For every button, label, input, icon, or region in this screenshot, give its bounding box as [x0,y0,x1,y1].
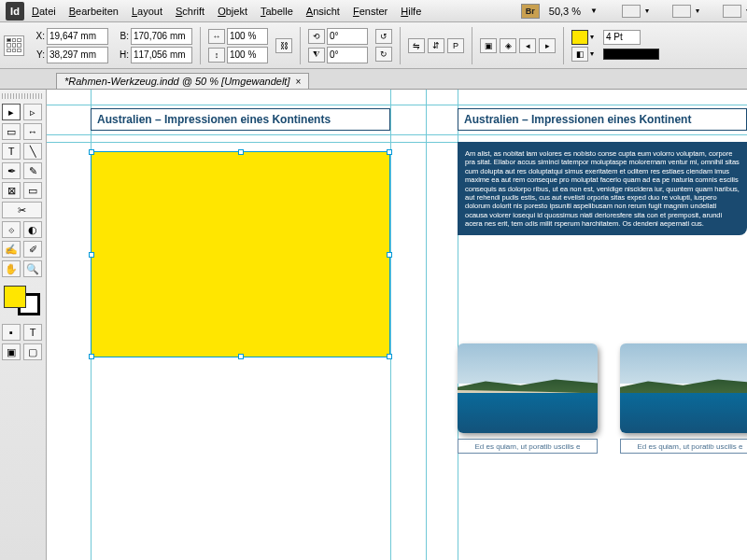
line-tool[interactable]: ╲ [23,143,42,160]
eyedropper-tool[interactable]: ✐ [23,241,42,258]
rotate-ccw-icon[interactable]: ↺ [375,29,392,44]
select-next-icon[interactable]: ▸ [539,38,556,53]
h-field[interactable]: 117,056 mm [131,47,192,63]
direct-selection-tool[interactable]: ▹ [23,104,42,120]
x-field[interactable]: 19,647 mm [47,28,108,45]
placed-image [458,343,598,433]
title-left: Australien – Impressionen eines Kontinen… [91,108,390,131]
stroke-swatch-icon[interactable]: ◧ [571,47,588,62]
bridge-icon[interactable]: Br [521,4,540,19]
menu-layout[interactable]: Layout [132,6,162,17]
resize-handle[interactable] [387,252,392,258]
resize-handle[interactable] [89,149,94,155]
menu-bearbeiten[interactable]: Bearbeiten [69,6,119,17]
apply-color-icon[interactable]: ▪ [2,324,21,341]
fill-swatch[interactable] [571,30,588,45]
free-transform-tool[interactable]: ⟐ [2,221,21,238]
gap-tool[interactable]: ↔ [23,123,42,140]
hand-tool[interactable]: ✋ [2,260,21,277]
menu-objekt[interactable]: Objekt [218,6,247,17]
reference-point[interactable] [4,35,24,56]
control-bar: X:19,647 mm Y:38,297 mm B:170,706 mm H:1… [0,22,747,69]
placed-image [620,343,747,433]
body-text-frame: Am alist, as nobitat lam volores es nobi… [458,142,747,235]
fill-stroke-proxy[interactable] [2,284,42,317]
close-tab-icon[interactable]: × [295,77,301,87]
resize-handle[interactable] [89,252,94,258]
normal-view-icon[interactable]: ▣ [2,343,21,360]
resize-handle[interactable] [238,354,244,359]
resize-handle[interactable] [387,149,392,155]
gradient-tool[interactable]: ◐ [23,221,42,238]
title-right: Australien – Impressionen eines Kontinen… [458,108,747,131]
image-caption: Ed es quiam, ut poratib uscilis e [620,439,747,454]
view-mode-icon[interactable] [622,5,641,18]
rotate-field[interactable]: 0° [327,28,368,45]
screen-mode-icon[interactable] [672,5,691,18]
shear-icon: ⧨ [308,48,325,63]
zoom-tool[interactable]: 🔍 [23,260,42,277]
selection-tool[interactable]: ▸ [2,104,21,120]
note-tool[interactable]: ✍ [2,241,21,258]
w-field[interactable]: 170,706 mm [131,28,192,45]
rect-frame-tool[interactable]: ⊠ [2,182,21,199]
menu-tabelle[interactable]: Tabelle [261,6,293,17]
menu-schrift[interactable]: Schrift [176,6,204,17]
scale-x-icon: ↔ [208,29,225,44]
scale-x-field[interactable]: 100 % [227,28,268,45]
toolbox: ▸▹ ▭↔ T╲ ✒✎ ⊠▭ ✂ ⟐◐ ✍✐ ✋🔍 ▪T ▣▢ [0,90,47,560]
app-logo: Id [6,2,24,21]
flip-h-icon[interactable]: ⇋ [408,38,425,53]
select-container-icon[interactable]: ▣ [480,38,497,53]
toolbox-grip[interactable] [2,93,44,99]
selected-rectangle-frame[interactable] [91,151,390,357]
flip-v-icon[interactable]: ⇵ [428,38,444,53]
menu-datei[interactable]: Datei [32,6,56,17]
type-tool[interactable]: T [2,143,21,160]
menubar: Id Datei Bearbeiten Layout Schrift Objek… [0,0,747,22]
scale-y-icon: ↕ [208,48,225,63]
document-tab-title: *Rahmen-Werkzeug.indd @ 50 % [Umgewandel… [64,76,289,87]
y-field[interactable]: 38,297 mm [47,47,108,63]
document-tabbar: *Rahmen-Werkzeug.indd @ 50 % [Umgewandel… [0,69,747,90]
shear-field[interactable]: 0° [327,47,368,63]
scissors-tool[interactable]: ✂ [2,202,42,218]
rotate-icon: ⟲ [308,29,325,44]
menu-hilfe[interactable]: Hilfe [401,6,421,17]
stroke-weight[interactable]: 4 Pt [603,30,641,45]
preview-view-icon[interactable]: ▢ [23,343,42,360]
zoom-level[interactable]: 50,3 % [549,6,581,17]
p-icon[interactable]: P [447,38,464,53]
menu-fenster[interactable]: Fenster [353,6,388,17]
image-caption: Ed es quiam, ut poratib uscilis e [458,439,598,454]
arrange-icon[interactable] [723,5,741,18]
rotate-cw-icon[interactable]: ↻ [375,47,392,62]
resize-handle[interactable] [89,354,94,359]
select-content-icon[interactable]: ◈ [500,38,516,53]
stroke-style[interactable] [603,49,659,60]
pen-tool[interactable]: ✒ [2,162,21,179]
menu-ansicht[interactable]: Ansicht [306,6,340,17]
resize-handle[interactable] [238,149,244,155]
page-tool[interactable]: ▭ [2,123,21,140]
document-tab[interactable]: *Rahmen-Werkzeug.indd @ 50 % [Umgewandel… [56,73,309,89]
apply-none-icon[interactable]: T [23,324,42,341]
scale-y-field[interactable]: 100 % [227,47,268,63]
document-canvas[interactable]: Australien – Impressionen eines Kontinen… [47,90,747,560]
pencil-tool[interactable]: ✎ [23,162,42,179]
resize-handle[interactable] [387,354,392,359]
select-prev-icon[interactable]: ◂ [519,38,536,53]
rect-tool[interactable]: ▭ [23,182,42,199]
constrain-icon[interactable]: ⛓ [275,38,292,53]
